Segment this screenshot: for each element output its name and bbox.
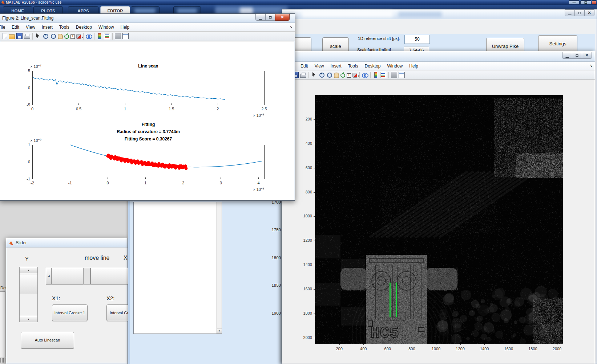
menu-desktop[interactable]: Desktop — [362, 64, 384, 69]
menu-file[interactable]: File — [0, 25, 8, 30]
main-gui-titlebar[interactable]: ✕ — [282, 9, 597, 19]
image-figure-titlebar[interactable]: d ✕ — [282, 51, 595, 62]
link-plot-icon[interactable] — [362, 72, 368, 78]
figure2-restore-button[interactable] — [265, 14, 275, 21]
pan-hand-icon[interactable] — [58, 34, 63, 39]
save-icon[interactable] — [16, 33, 23, 39]
y-slider[interactable]: ▲ ▼ — [19, 267, 38, 322]
zoom-out-icon[interactable] — [50, 33, 56, 39]
brush-icon[interactable] — [76, 34, 81, 39]
listbox[interactable]: ▼ — [133, 202, 222, 334]
gui-restore-button[interactable] — [574, 9, 585, 16]
image-figure-restore-button[interactable] — [572, 52, 582, 59]
data-cursor-icon[interactable] — [70, 34, 75, 39]
gui-minimize-button[interactable] — [565, 9, 575, 16]
plot-tools-icon[interactable] — [122, 33, 129, 39]
figure2-minimize-button[interactable] — [255, 14, 266, 21]
toolbar-separator — [32, 33, 33, 40]
figure2-titlebar[interactable]: Figure 2: Line_scan,Fitting ✕ — [0, 14, 295, 23]
pointer-icon[interactable] — [311, 72, 317, 78]
image-figure-toolbar — [282, 70, 595, 80]
dock-arrow-icon[interactable]: ↘ — [589, 63, 593, 68]
x-slider-left-button[interactable]: ◀ — [46, 268, 52, 285]
listbox-scroll-down-button[interactable]: ▼ — [217, 328, 222, 334]
settings-button[interactable]: Settings — [538, 35, 577, 53]
auto-linescan-button[interactable]: Auto Linescan — [21, 332, 74, 349]
ref-shift-input[interactable]: 50 — [404, 35, 430, 44]
svg-text:-1: -1 — [68, 181, 72, 185]
menu-desktop[interactable]: Desktop — [73, 25, 95, 30]
menu-help[interactable]: Help — [117, 25, 133, 30]
image-ytick-label: 200 — [298, 117, 312, 121]
open-file-icon[interactable] — [9, 34, 15, 39]
image-ytick-mark — [314, 192, 315, 193]
property-editor-icon[interactable] — [115, 33, 121, 39]
menu-tools[interactable]: Tools — [56, 25, 73, 30]
figure2-close-button[interactable]: ✕ — [275, 14, 290, 21]
menu-tools[interactable]: Tools — [345, 64, 362, 69]
pointer-icon[interactable] — [35, 33, 41, 39]
zoom-out-icon[interactable] — [326, 72, 332, 78]
matlab-close-button[interactable] — [592, 0, 596, 4]
colorbar-icon[interactable] — [374, 72, 377, 78]
svg-text:Line scan: Line scan — [138, 64, 158, 69]
gui-close-button[interactable]: ✕ — [584, 9, 594, 16]
y-slider-down-button[interactable]: ▼ — [20, 316, 37, 322]
link-plot-icon[interactable] — [86, 33, 92, 39]
image-ytick-label: 2000 — [298, 335, 312, 340]
menu-view[interactable]: View — [23, 25, 39, 30]
menu-edit[interactable]: Edit — [8, 25, 23, 30]
zoom-in-icon[interactable] — [43, 33, 49, 39]
x-slider-thumb[interactable] — [51, 268, 84, 285]
dock-arrow-icon[interactable]: ↘ — [289, 24, 293, 29]
image-xtick-mark — [436, 344, 436, 345]
matlab-titlebar[interactable]: MATLAB R2016b - academic use — [0, 0, 597, 5]
matlab-minimize-button[interactable] — [569, 0, 580, 4]
rotate-3d-icon[interactable] — [64, 34, 69, 39]
property-editor-icon[interactable] — [391, 72, 397, 78]
print-icon[interactable] — [24, 35, 30, 39]
slider-window-icon — [9, 241, 13, 245]
svg-text:Radius of curvature = 3.7744m: Radius of curvature = 3.7744m — [117, 129, 180, 134]
pan-hand-icon[interactable] — [334, 73, 339, 78]
menu-edit[interactable]: Edit — [297, 64, 311, 69]
svg-text:-2: -2 — [31, 181, 34, 185]
menu-window[interactable]: Window — [95, 25, 117, 30]
rotate-3d-icon[interactable] — [340, 73, 345, 78]
slider-titlebar[interactable]: Slider — [6, 238, 128, 248]
image-figure-minimize-button[interactable] — [562, 52, 572, 59]
svg-text:0: 0 — [28, 160, 30, 164]
listbox-scrollbar[interactable]: ▼ — [217, 202, 222, 334]
image-xtick-label: 600 — [380, 347, 395, 351]
image-ytick-label: 1000 — [298, 214, 312, 218]
legend-icon[interactable] — [104, 33, 110, 39]
x2-slider-thumb[interactable] — [90, 268, 128, 285]
menu-view[interactable]: View — [311, 64, 327, 69]
legend-icon[interactable] — [380, 72, 386, 78]
menu-insert[interactable]: Insert — [327, 64, 344, 69]
figure2-canvas: 00.511.522.550-5Line scan× 10−7× 10−3-2-… — [0, 42, 294, 200]
image-ytick-label: 400 — [298, 141, 312, 146]
menu-insert[interactable]: Insert — [39, 25, 56, 30]
image-ytick-label: 1800 — [298, 311, 312, 315]
new-figure-icon[interactable] — [3, 33, 7, 39]
image-ytick-mark — [314, 168, 315, 168]
zoom-in-icon[interactable] — [319, 72, 325, 78]
menu-help[interactable]: Help — [406, 64, 421, 69]
image-ytick-mark — [314, 241, 315, 241]
y-slider-thumb[interactable] — [20, 274, 37, 294]
matlab-restore-button[interactable] — [580, 0, 591, 4]
menu-window[interactable]: Window — [384, 64, 406, 69]
brush-icon[interactable] — [352, 73, 357, 78]
colorbar-icon[interactable] — [98, 33, 101, 39]
x-slider-track[interactable] — [83, 268, 90, 285]
plot-tools-icon[interactable] — [399, 72, 405, 78]
data-cursor-icon[interactable] — [347, 73, 351, 78]
interval-grenze-1-button[interactable]: Interval Grenze 1 — [52, 304, 88, 321]
svg-text:1: 1 — [124, 107, 126, 111]
print-icon[interactable] — [300, 74, 306, 78]
y-slider-label: Y — [25, 255, 29, 262]
image-figure-close-button[interactable]: ✕ — [582, 52, 592, 59]
y-slider-up-button[interactable]: ▲ — [20, 267, 37, 273]
slider-window-title: Slider — [16, 240, 27, 245]
